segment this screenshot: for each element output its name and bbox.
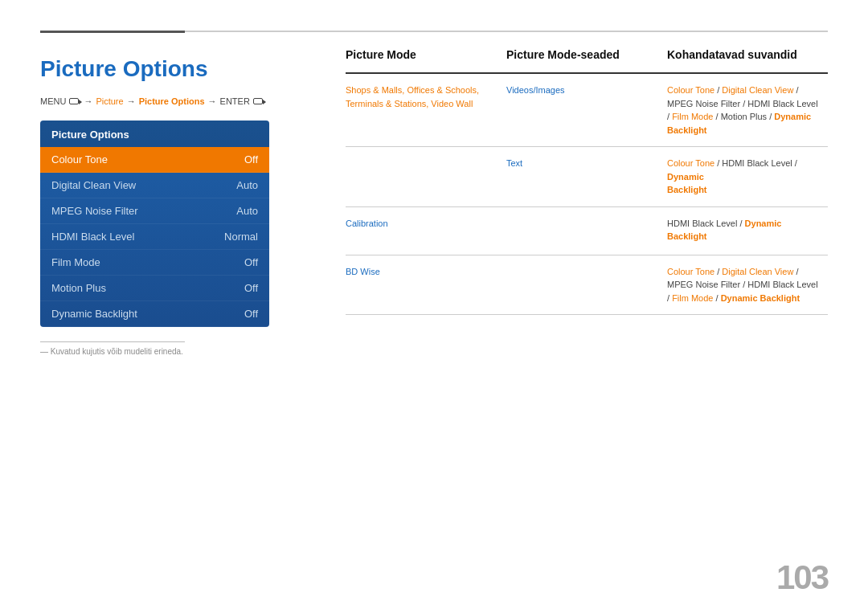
colour-tone-label: Colour Tone [51, 153, 108, 166]
mpeg-noise-filter-value: Auto [236, 205, 258, 217]
panel-item-colour-tone[interactable]: Colour Tone Off [40, 147, 269, 173]
colour-tone-value: Off [244, 153, 258, 166]
option-dcv-bd: Digital Clean View [722, 267, 793, 276]
table-header: Picture Mode Picture Mode-seaded Kohanda… [346, 48, 828, 74]
col-header-seaded: Picture Mode-seaded [506, 48, 667, 66]
menu-icon [69, 98, 79, 104]
film-mode-label: Film Mode [51, 256, 100, 268]
cell-options-calibration: HDMI Black Level / Dynamic Backlight [667, 217, 828, 245]
cell-seaded-text: Text [506, 157, 667, 197]
breadcrumb: MENU → Picture → Picture Options → ENTER [40, 96, 338, 106]
hdmi-black-level-label: HDMI Black Level [51, 231, 134, 243]
option-film-mode-1: Film Mode [672, 112, 713, 121]
film-mode-value: Off [244, 256, 258, 268]
dynamic-backlight-label: Dynamic Backlight [51, 308, 137, 320]
col-header-mode: Picture Mode [346, 48, 506, 66]
top-border-accent [40, 31, 185, 33]
nav-arrow-3: → [208, 96, 217, 106]
cell-mode-calibration: Calibration [346, 217, 506, 245]
nav-menu-label: MENU [40, 96, 66, 106]
options-panel: Picture Options Colour Tone Off Digital … [40, 121, 269, 327]
motion-plus-label: Motion Plus [51, 282, 106, 294]
enter-icon [253, 98, 263, 104]
panel-item-hdmi-black-level[interactable]: HDMI Black Level Normal [40, 224, 269, 250]
col-header-suvandid: Kohandatavad suvandid [667, 48, 828, 66]
cell-mode-bdwise: BD Wise [346, 265, 506, 305]
page-container: Picture Options MENU → Picture → Picture… [0, 0, 868, 613]
right-section: Picture Mode Picture Mode-seaded Kohanda… [346, 48, 828, 315]
panel-item-motion-plus[interactable]: Motion Plus Off [40, 276, 269, 301]
cell-options-text: Colour Tone / HDMI Black Level / Dynamic… [667, 157, 828, 197]
motion-plus-value: Off [244, 282, 258, 294]
cell-mode-text [346, 157, 506, 197]
nav-picture-options: Picture Options [139, 96, 205, 106]
dynamic-backlight-value: Off [244, 308, 258, 320]
cell-seaded-videos: Videos/Images [506, 84, 667, 137]
nav-picture: Picture [96, 96, 123, 106]
option-colour-tone-bd: Colour Tone [667, 267, 714, 276]
page-number: 103 [776, 558, 828, 597]
panel-title: Picture Options [40, 121, 269, 147]
cell-mode-shops: Shops & Malls, Offices & Schools,Termina… [346, 84, 506, 137]
digital-clean-view-value: Auto [236, 179, 258, 191]
left-column: Picture Options MENU → Picture → Picture… [40, 48, 338, 356]
option-colour-tone-1: Colour Tone [667, 85, 714, 95]
nav-arrow-1: → [84, 96, 92, 106]
panel-item-mpeg-noise-filter[interactable]: MPEG Noise Filter Auto [40, 198, 269, 224]
option-dynamic-backlight-text: DynamicBacklight [667, 172, 707, 195]
option-colour-tone-2: Colour Tone [667, 158, 714, 168]
panel-item-film-mode[interactable]: Film Mode Off [40, 250, 269, 276]
table-row-bdwise: BD Wise Colour Tone / Digital Clean View… [346, 255, 828, 316]
mpeg-noise-filter-label: MPEG Noise Filter [51, 205, 138, 217]
table-row-calibration: Calibration HDMI Black Level / Dynamic B… [346, 207, 828, 255]
nav-arrow-2: → [127, 96, 136, 106]
panel-item-dynamic-backlight[interactable]: Dynamic Backlight Off [40, 301, 269, 327]
note-divider [40, 341, 185, 342]
cell-seaded-bdwise [506, 265, 667, 305]
option-dynamic-backlight-bd: Dynamic Backlight [721, 293, 800, 303]
hdmi-black-level-value: Normal [224, 231, 258, 243]
panel-item-digital-clean-view[interactable]: Digital Clean View Auto [40, 173, 269, 198]
note-section: ― Kuvatud kujutis võib mudeliti erineda. [40, 341, 338, 356]
option-film-mode-bd: Film Mode [672, 293, 713, 303]
cell-options-bdwise: Colour Tone / Digital Clean View / MPEG … [667, 265, 828, 305]
nav-enter: ENTER [220, 96, 250, 106]
table-row-shops: Shops & Malls, Offices & Schools,Termina… [346, 74, 828, 147]
option-dcv-1: Digital Clean View [722, 85, 793, 95]
cell-seaded-calibration [506, 217, 667, 245]
table-row-text: Text Colour Tone / HDMI Black Level / Dy… [346, 147, 828, 207]
page-title: Picture Options [40, 56, 338, 82]
cell-options-shops: Colour Tone / Digital Clean View / MPEG … [667, 84, 828, 137]
note-text: ― Kuvatud kujutis võib mudeliti erineda. [40, 347, 338, 356]
digital-clean-view-label: Digital Clean View [51, 179, 136, 191]
